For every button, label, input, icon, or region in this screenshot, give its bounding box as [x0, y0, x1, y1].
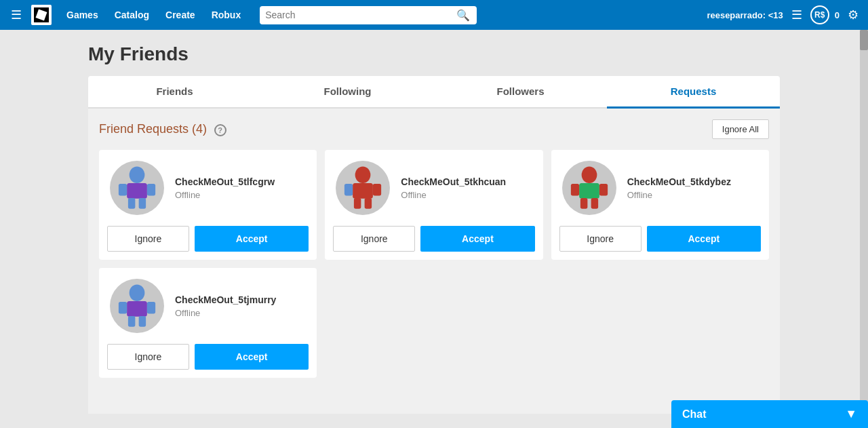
svg-rect-16 [571, 184, 579, 196]
card-actions: Ignore Accept [99, 344, 317, 378]
svg-rect-3 [127, 183, 147, 199]
tab-requests[interactable]: Requests [607, 76, 780, 109]
card-details: CheckMeOut_5tlfcgrw Offline [175, 176, 275, 200]
scrollbar-thumb[interactable] [860, 30, 868, 50]
card-actions: Ignore Accept [99, 226, 317, 260]
svg-rect-17 [599, 184, 608, 196]
svg-point-14 [581, 167, 597, 184]
avatar [110, 279, 164, 333]
card-details: CheckMeOut_5tkdybez Offline [627, 176, 731, 200]
svg-rect-25 [139, 316, 146, 327]
card-status: Offline [627, 190, 731, 200]
svg-point-8 [355, 167, 371, 184]
svg-rect-24 [128, 316, 136, 327]
avatar [110, 161, 164, 215]
accept-button[interactable]: Accept [647, 226, 761, 252]
card-status: Offline [175, 190, 275, 200]
chat-label: Chat [682, 408, 707, 421]
chat-chevron-icon: ▼ [845, 407, 857, 421]
nav-games[interactable]: Games [60, 5, 105, 24]
main-content: My Friends Friends Following Followers R… [0, 30, 868, 428]
avatar [336, 161, 390, 215]
svg-rect-21 [127, 301, 147, 317]
nav-robux[interactable]: Robux [205, 5, 248, 24]
svg-rect-11 [373, 184, 381, 196]
card-actions: Ignore Accept [325, 226, 542, 260]
svg-rect-22 [119, 302, 127, 314]
search-input[interactable] [265, 9, 455, 20]
tabs-container: Friends Following Followers Requests [88, 76, 780, 109]
svg-rect-4 [119, 184, 127, 196]
card-status: Offline [175, 308, 276, 318]
nav-right: reeseparrado: <13 ☰ R$ 0 ⚙ [707, 5, 861, 25]
roblox-logo[interactable] [31, 5, 52, 25]
chat-bar[interactable]: Chat ▼ [671, 400, 868, 428]
navbar: ☰ Games Catalog Create Robux 🔍 reeseparr… [0, 0, 868, 30]
svg-rect-18 [580, 198, 588, 209]
svg-rect-5 [147, 184, 155, 196]
ignore-button[interactable]: Ignore [107, 344, 189, 370]
nav-catalog[interactable]: Catalog [108, 5, 156, 24]
search-bar: 🔍 [260, 6, 477, 24]
friend-card: CheckMeOut_5tkdybez Offline Ignore Accep… [551, 150, 769, 260]
accept-button[interactable]: Accept [195, 226, 309, 252]
card-info: CheckMeOut_5tlfcgrw Offline [99, 150, 317, 226]
card-info: CheckMeOut_5tkhcuan Offline [325, 150, 542, 226]
card-actions: Ignore Accept [551, 226, 769, 260]
page-title: My Friends [88, 43, 780, 65]
avatar [562, 161, 616, 215]
card-info: CheckMeOut_5tjmurry Offline [99, 268, 317, 344]
chat-icon-btn[interactable]: ☰ [789, 5, 805, 25]
card-details: CheckMeOut_5tjmurry Offline [175, 294, 276, 318]
username-display: reeseparrado: <13 [707, 10, 783, 20]
cards-grid: CheckMeOut_5tlfcgrw Offline Ignore Accep… [99, 150, 769, 378]
svg-rect-13 [365, 198, 372, 209]
friend-card: CheckMeOut_5tjmurry Offline Ignore Accep… [99, 268, 317, 378]
ignore-button[interactable]: Ignore [559, 226, 642, 252]
section-header: Friend Requests (4) ? Ignore All [99, 119, 769, 139]
svg-point-2 [130, 167, 145, 184]
card-status: Offline [401, 190, 506, 200]
accept-button[interactable]: Accept [195, 344, 309, 370]
section-title: Friend Requests (4) [99, 122, 207, 136]
card-username: CheckMeOut_5tjmurry [175, 294, 276, 305]
info-icon[interactable]: ? [214, 124, 226, 136]
card-username: CheckMeOut_5tkdybez [627, 176, 731, 187]
friend-card: CheckMeOut_5tlfcgrw Offline Ignore Accep… [99, 150, 317, 260]
hamburger-icon[interactable]: ☰ [7, 5, 26, 25]
requests-section: Friend Requests (4) ? Ignore All [88, 109, 780, 414]
tab-following[interactable]: Following [261, 76, 434, 109]
svg-rect-23 [147, 302, 155, 314]
svg-rect-6 [128, 198, 136, 209]
svg-point-20 [130, 285, 145, 302]
robux-count: 0 [835, 10, 840, 20]
ignore-all-button[interactable]: Ignore All [712, 119, 769, 139]
friend-card: CheckMeOut_5tkhcuan Offline Ignore Accep… [325, 150, 542, 260]
card-info: CheckMeOut_5tkdybez Offline [551, 150, 769, 226]
tab-friends[interactable]: Friends [88, 76, 261, 109]
svg-rect-12 [354, 198, 361, 209]
search-button[interactable]: 🔍 [455, 9, 471, 22]
card-username: CheckMeOut_5tkhcuan [401, 176, 506, 187]
card-username: CheckMeOut_5tlfcgrw [175, 176, 275, 187]
card-details: CheckMeOut_5tkhcuan Offline [401, 176, 506, 200]
accept-button[interactable]: Accept [420, 226, 534, 252]
settings-icon-btn[interactable]: ⚙ [845, 5, 861, 25]
nav-create[interactable]: Create [159, 5, 202, 24]
tab-followers[interactable]: Followers [434, 76, 607, 109]
ignore-button[interactable]: Ignore [333, 226, 415, 252]
ignore-button[interactable]: Ignore [107, 226, 189, 252]
svg-rect-19 [591, 198, 598, 209]
nav-links: Games Catalog Create Robux [60, 5, 248, 24]
svg-rect-9 [353, 183, 373, 199]
scrollbar[interactable] [860, 30, 868, 406]
section-title-wrapper: Friend Requests (4) ? [99, 122, 226, 136]
svg-rect-10 [344, 184, 353, 196]
svg-rect-15 [579, 183, 599, 199]
svg-rect-7 [139, 198, 146, 209]
robux-icon[interactable]: R$ [810, 5, 829, 24]
